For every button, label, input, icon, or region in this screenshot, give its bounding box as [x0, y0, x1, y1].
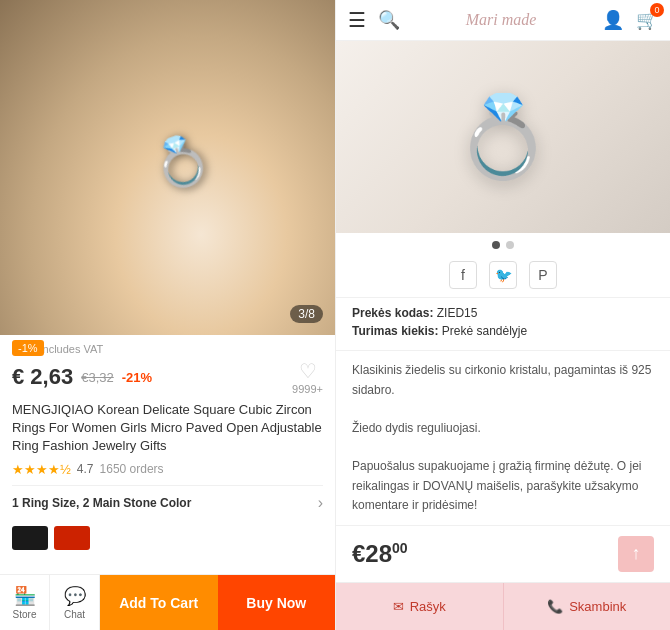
search-icon[interactable]: 🔍	[378, 9, 400, 31]
image-counter: 3/8	[290, 305, 323, 323]
stock-value: Prekė sandėlyje	[442, 324, 527, 338]
buy-now-button[interactable]: Buy Now	[218, 575, 336, 630]
chat-icon: 💬	[64, 585, 86, 607]
dot-2[interactable]	[506, 241, 514, 249]
right-product-image[interactable]	[336, 41, 670, 233]
write-button[interactable]: ✉ Rašyk	[336, 583, 503, 630]
facebook-icon[interactable]: f	[449, 261, 477, 289]
right-panel: ☰ 🔍 Mari made 👤 🛒 0 f 🐦 P Prekės kodas: …	[335, 0, 670, 630]
product-description: Klasikinis žiedelis su cirkonio kristalu…	[336, 350, 670, 525]
ring-hand-image	[0, 0, 335, 335]
discount-percentage: -21%	[122, 370, 152, 385]
left-panel: 3/8 -1% Price includes VAT € 2,63 €3,32 …	[0, 0, 335, 630]
right-price: €2800	[352, 540, 408, 568]
wishlist-button[interactable]: ♡ 9999+	[292, 359, 323, 395]
chevron-right-icon: ›	[318, 494, 323, 512]
rating-row: ★★★★½ 4.7 1650 orders	[12, 462, 323, 477]
product-info: Price includes VAT € 2,63 €3,32 -21% ♡ 9…	[0, 335, 335, 574]
cart-badge: 0	[650, 3, 664, 17]
variant-label: 1 Ring Size, 2 Main Stone Color	[12, 496, 191, 510]
user-icon[interactable]: 👤	[602, 9, 624, 31]
star-icons: ★★★★½	[12, 462, 71, 477]
heart-icon: ♡	[299, 359, 317, 383]
color-swatches	[12, 526, 323, 550]
color-swatch-red[interactable]	[54, 526, 90, 550]
current-price: € 2,63	[12, 364, 73, 390]
call-button[interactable]: 📞 Skambink	[503, 583, 671, 630]
right-price-row: €2800 ↑	[336, 525, 670, 582]
pinterest-icon[interactable]: P	[529, 261, 557, 289]
social-row: f 🐦 P	[336, 257, 670, 297]
store-label: Store	[13, 609, 37, 620]
product-code-value: ZIED15	[437, 306, 478, 320]
scroll-top-button[interactable]: ↑	[618, 536, 654, 572]
image-dots	[336, 233, 670, 257]
call-label: Skambink	[569, 599, 626, 614]
discount-badge: -1%	[12, 340, 44, 356]
top-nav: ☰ 🔍 Mari made 👤 🛒 0	[336, 0, 670, 41]
product-title: MENGJIQIAO Korean Delicate Square Cubic …	[12, 401, 323, 456]
store-button[interactable]: 🏪 Store	[0, 575, 50, 630]
twitter-icon[interactable]: 🐦	[489, 261, 517, 289]
bottom-bar: 🏪 Store 💬 Chat Add To Cart Buy Now	[0, 574, 335, 630]
product-code-row: Prekės kodas: ZIED15	[352, 306, 654, 320]
envelope-icon: ✉	[393, 599, 404, 614]
cart-wrapper: 🛒 0	[636, 9, 658, 31]
original-price: €3,32	[81, 370, 114, 385]
orders-count: 1650 orders	[100, 462, 164, 476]
product-meta: Prekės kodas: ZIED15 Turimas kiekis: Pre…	[336, 297, 670, 350]
store-icon: 🏪	[14, 585, 36, 607]
chat-button[interactable]: 💬 Chat	[50, 575, 100, 630]
right-bottom-bar: ✉ Rašyk 📞 Skambink	[336, 582, 670, 630]
price-cents: 00	[392, 540, 408, 556]
write-label: Rašyk	[410, 599, 446, 614]
stock-label: Turimas kiekis:	[352, 324, 438, 338]
add-to-cart-button[interactable]: Add To Cart	[100, 575, 218, 630]
phone-icon: 📞	[547, 599, 563, 614]
description-text: Klasikinis žiedelis su cirkonio kristalu…	[352, 363, 651, 511]
rating-number: 4.7	[77, 462, 94, 476]
product-code-label: Prekės kodas:	[352, 306, 433, 320]
color-swatch-black[interactable]	[12, 526, 48, 550]
product-image-main[interactable]: 3/8	[0, 0, 335, 335]
wishlist-count: 9999+	[292, 383, 323, 395]
price-row: € 2,63 €3,32 -21% ♡ 9999+	[12, 359, 323, 395]
price-value: €28	[352, 540, 392, 567]
hamburger-icon[interactable]: ☰	[348, 8, 366, 32]
vat-text: Price includes VAT	[12, 343, 323, 355]
brand-logo[interactable]: Mari made	[412, 11, 590, 29]
variant-row[interactable]: 1 Ring Size, 2 Main Stone Color ›	[12, 485, 323, 520]
stock-row: Turimas kiekis: Prekė sandėlyje	[352, 324, 654, 338]
chat-label: Chat	[64, 609, 85, 620]
dot-1[interactable]	[492, 241, 500, 249]
